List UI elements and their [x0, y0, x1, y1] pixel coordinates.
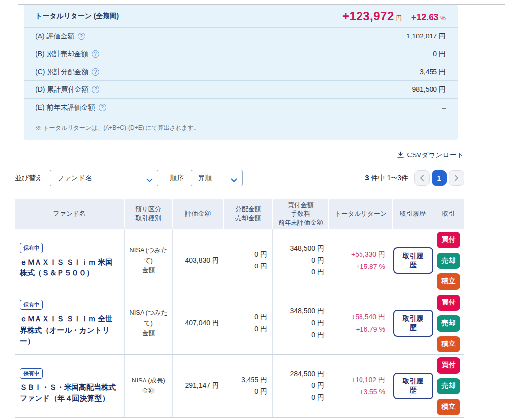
header-total-return: トータルリターン — [329, 199, 393, 229]
help-icon[interactable]: ? — [92, 50, 99, 58]
sell-amount: 0 円 — [254, 261, 267, 272]
cumulative-distribution-value: 3,455 円 — [420, 68, 446, 76]
fund-table: ファンド名 預り区分取引種別 評価金額 分配金額売却金額 買付金額手数料前年末評… — [15, 199, 464, 418]
summary-row-cumulative-purchase: (D) 累計買付金額 ? 981,500 円 — [24, 80, 458, 98]
help-icon[interactable]: ? — [99, 104, 106, 111]
sort-select[interactable]: ファンド名 — [50, 170, 158, 186]
page-1-button[interactable]: 1 — [432, 170, 447, 186]
total-return-amount-unit: 円 — [396, 14, 402, 23]
list-controls: 並び替え ファンド名 順序 昇順 3 件中 1〜3件 1 — [15, 170, 464, 186]
total-return-row: トータルリターン (全期間) +123,972 円 +12.63 % — [24, 5, 458, 27]
sell-button[interactable]: 売却 — [437, 378, 460, 394]
help-icon[interactable]: ? — [78, 33, 85, 40]
order-select[interactable]: 昇順 — [191, 170, 243, 186]
valuation-label: (A) 評価金額 — [36, 32, 74, 41]
total-return-percent-unit: % — [440, 15, 446, 22]
fee-amount: 0 円 — [311, 380, 324, 392]
csv-download-label: CSVダウンロード — [407, 151, 464, 160]
holding-badge: 保有中 — [20, 243, 43, 253]
total-return-title: トータルリターン (全期間) — [36, 12, 119, 21]
return-amount: +10,102 円 — [351, 374, 385, 386]
tsumitate-button[interactable]: 積立 — [437, 336, 460, 352]
purchase-amount: 284,500 円 — [290, 368, 325, 380]
return-amount: +58,540 円 — [351, 311, 385, 323]
prev-year-amount: 0 円 — [311, 329, 324, 341]
sell-amount: 0 円 — [254, 386, 267, 398]
cumulative-purchase-label: (D) 累計買付金額 — [36, 85, 88, 94]
total-return-amount: +123,972 — [342, 9, 394, 23]
header-fund-name: ファンド名 — [15, 199, 125, 229]
prev-page-button[interactable] — [414, 170, 430, 186]
header-distribution-sell: 分配金額売却金額 — [224, 199, 273, 229]
summary-row-cumulative-sell: (B) 累計売却金額 ? 0 円 — [24, 45, 458, 63]
cumulative-sell-value: 0 円 — [433, 50, 446, 59]
purchase-amount: 348,500 円 — [290, 243, 325, 255]
download-icon — [397, 151, 404, 160]
order-label: 順序 — [170, 174, 184, 183]
buy-button[interactable]: 買付 — [437, 357, 460, 374]
valuation-amount: 407,040 円 — [185, 317, 219, 329]
summary-row-prev-year-valuation: (E) 前年末評価金額 ? – — [24, 98, 458, 116]
fee-amount: 0 円 — [311, 317, 324, 329]
cumulative-sell-label: (B) 累計売却金額 — [36, 50, 88, 59]
distribution-amount: 0 円 — [254, 249, 267, 261]
header-account-type: 預り区分取引種別 — [125, 199, 173, 229]
order-select-value: 昇順 — [198, 174, 212, 183]
trade-history-button[interactable]: 取引履歴 — [393, 310, 433, 337]
holding-badge: 保有中 — [20, 368, 43, 379]
return-percent: +16.79 % — [356, 323, 385, 336]
trade-type: 金額 — [142, 386, 155, 396]
chevron-down-icon — [146, 176, 153, 184]
fund-table-header: ファンド名 預り区分取引種別 評価金額 分配金額売却金額 買付金額手数料前年末評… — [15, 199, 464, 229]
fund-name-link[interactable]: ｅＭＡＸＩＳ Ｓｌｉｍ 米国株式（Ｓ＆Ｐ５００） — [20, 257, 118, 279]
tsumitate-button[interactable]: 積立 — [437, 273, 460, 290]
portfolio-page: トータルリターン (全期間) +123,972 円 +12.63 % (A) 評… — [0, 0, 505, 420]
result-count-total: 3 — [365, 173, 369, 182]
sell-button[interactable]: 売却 — [437, 315, 460, 332]
valuation-amount: 403,830 円 — [185, 255, 219, 267]
fund-name-link[interactable]: ＳＢＩ・Ｓ・米国高配当株式ファンド（年４回決算型） — [20, 382, 118, 404]
header-trade-history: 取引履歴 — [393, 199, 433, 229]
valuation-value: 1,102,017 円 — [406, 32, 446, 41]
chevron-down-icon — [231, 176, 237, 184]
distribution-amount: 3,455 円 — [241, 374, 267, 386]
next-page-button[interactable] — [449, 170, 464, 186]
total-return-value-group: +123,972 円 +12.63 % — [342, 9, 446, 23]
purchase-amount: 348,500 円 — [290, 305, 325, 317]
valuation-amount: 291,147 円 — [185, 380, 219, 392]
result-count: 3 件中 1〜3件 — [365, 173, 408, 183]
header-purchase-fee-prev: 買付金額手数料前年末評価金額 — [273, 199, 329, 229]
trade-history-button[interactable]: 取引履歴 — [393, 247, 433, 274]
distribution-amount: 0 円 — [254, 311, 267, 323]
fee-amount: 0 円 — [311, 255, 324, 267]
header-valuation: 評価金額 — [173, 199, 224, 229]
total-return-formula-note: ※ トータルリターンは、(A+B+C)-(D+E) にて算出されます。 — [36, 124, 200, 132]
help-icon[interactable]: ? — [92, 86, 99, 93]
return-percent: +3.55 % — [360, 386, 385, 398]
sell-button[interactable]: 売却 — [437, 253, 460, 269]
sort-select-value: ファンド名 — [57, 174, 92, 183]
tsumitate-button[interactable]: 積立 — [437, 399, 460, 415]
csv-download-link[interactable]: CSVダウンロード — [397, 151, 464, 160]
summary-row-valuation: (A) 評価金額 ? 1,102,017 円 — [24, 27, 458, 45]
total-return-summary-panel: トータルリターン (全期間) +123,972 円 +12.63 % (A) 評… — [24, 5, 458, 140]
help-icon[interactable]: ? — [92, 68, 99, 76]
sell-amount: 0 円 — [254, 323, 267, 335]
return-amount: +55,330 円 — [351, 248, 385, 261]
account-type: NISA (成長) — [132, 376, 165, 386]
prev-year-amount: 0 円 — [311, 267, 324, 278]
header-trade: 取引 — [433, 199, 464, 229]
account-type: NISA (つみたて) — [128, 245, 169, 266]
return-percent: +15.87 % — [356, 261, 385, 273]
trade-type: 金額 — [142, 328, 155, 339]
buy-button[interactable]: 買付 — [437, 232, 460, 248]
result-count-range: 件中 1〜3件 — [369, 174, 408, 182]
cumulative-distribution-label: (C) 累計分配金額 — [36, 68, 88, 76]
prev-year-valuation-label: (E) 前年末評価金額 — [36, 103, 95, 112]
trade-history-button[interactable]: 取引履歴 — [393, 373, 433, 399]
fund-name-link[interactable]: ｅＭＡＸＩＳ Ｓｌｉｍ 全世界株式（オール・カントリー） — [20, 313, 118, 347]
sort-label: 並び替え — [15, 174, 43, 183]
buy-button[interactable]: 買付 — [437, 295, 460, 311]
pagination: 1 — [414, 170, 464, 186]
holding-badge: 保有中 — [20, 300, 43, 310]
